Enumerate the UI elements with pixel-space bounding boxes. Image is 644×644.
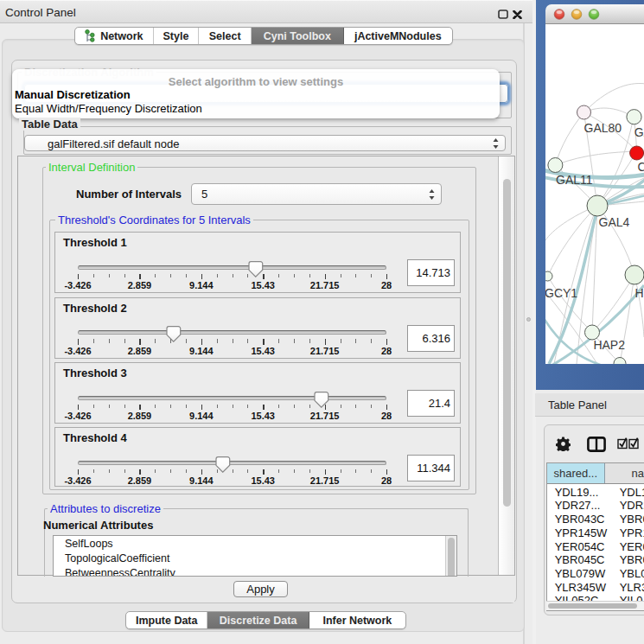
svg-text:HIS: HIS (635, 286, 644, 300)
svg-text:GAL80: GAL80 (584, 121, 622, 135)
svg-text:GAL4: GAL4 (599, 215, 630, 229)
svg-text:GA: GA (634, 125, 644, 139)
svg-text:GAL11: GAL11 (556, 173, 593, 187)
svg-text:GCY1: GCY1 (545, 286, 577, 300)
svg-text:C: C (638, 160, 644, 174)
svg-text:HAP2: HAP2 (593, 338, 625, 352)
